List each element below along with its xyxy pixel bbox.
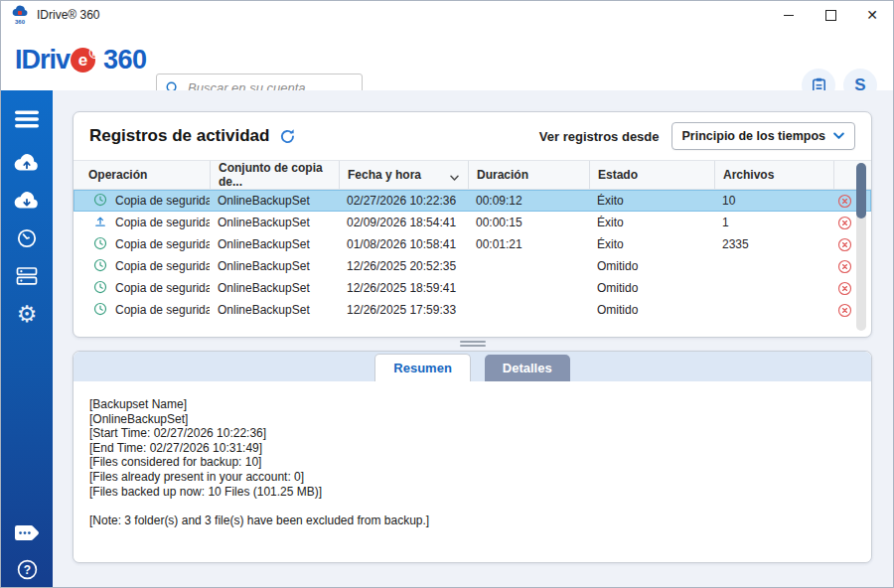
delete-circle-x-icon — [837, 194, 852, 209]
files-cell: 2335 — [714, 237, 833, 251]
datetime-cell: 12/26/2025 17:59:33 — [339, 303, 468, 317]
delete-log-button[interactable] — [837, 259, 852, 274]
backupset-cell: OnlineBackupSet — [210, 281, 339, 295]
status-cell: Éxito — [589, 237, 714, 251]
table-scrollbar[interactable] — [856, 163, 866, 331]
scrollbar-thumb[interactable] — [856, 163, 866, 219]
delete-circle-x-icon — [837, 303, 852, 318]
sidebar-item-activity-logs[interactable] — [1, 220, 53, 257]
operation-cell: Copia de seguridad — [115, 303, 210, 317]
refresh-icon — [279, 128, 296, 145]
column-header-duration[interactable]: Duración — [468, 161, 589, 189]
duration-cell: 00:09:12 — [468, 194, 589, 208]
table-row[interactable]: Copia de seguridad OnlineBackupSet 01/08… — [74, 233, 871, 255]
delete-circle-x-icon — [837, 216, 852, 230]
detail-tabs: Resumen Detalles — [74, 352, 871, 381]
backup-clock-icon — [93, 302, 107, 319]
delete-log-button[interactable] — [837, 281, 852, 296]
log-period-dropdown[interactable]: Principio de los tiempos — [671, 122, 855, 150]
refresh-button[interactable] — [279, 128, 296, 145]
minimize-button[interactable] — [768, 1, 810, 29]
maximize-button[interactable] — [810, 1, 851, 29]
sidebar-item-help[interactable]: ? — [1, 551, 53, 587]
delete-circle-x-icon — [837, 237, 852, 252]
log-rows: Copia de seguridad OnlineBackupSet 02/27… — [74, 190, 871, 321]
backup-clock-icon — [93, 280, 107, 297]
summary-text: [Backupset Name] [OnlineBackupSet] [Star… — [89, 397, 871, 527]
datetime-cell: 12/26/2025 18:59:41 — [339, 281, 468, 295]
operation-cell: Copia de seguridad — [115, 216, 210, 229]
chat-dots-icon — [14, 524, 41, 542]
column-header-files[interactable]: Archivos — [714, 161, 833, 189]
upload-icon — [93, 215, 107, 231]
table-header: Operación Conjunto de copia de... Fecha … — [74, 161, 871, 190]
delete-circle-x-icon — [837, 281, 852, 296]
window-title: IDrive® 360 — [37, 8, 100, 22]
sidebar-item-restore[interactable] — [1, 182, 53, 220]
delete-circle-x-icon — [837, 259, 852, 274]
backupset-cell: OnlineBackupSet — [210, 259, 339, 273]
idrive-logo: IDriv e ® 360 — [15, 45, 147, 75]
datetime-cell: 12/26/2025 20:52:35 — [339, 259, 468, 273]
sidebar-item-backup[interactable] — [1, 144, 53, 182]
sidebar: ⚙ ? — [1, 90, 53, 587]
log-detail-panel: Resumen Detalles [Backupset Name] [Onlin… — [73, 351, 872, 563]
datetime-cell: 02/27/2026 10:22:36 — [339, 194, 468, 208]
backupset-cell: OnlineBackupSet — [210, 194, 339, 208]
column-header-status[interactable]: Estado — [589, 161, 714, 189]
svg-text:360: 360 — [15, 19, 26, 25]
delete-log-button[interactable] — [837, 216, 852, 230]
tab-resumen[interactable]: Resumen — [374, 354, 471, 381]
dropdown-value: Principio de los tiempos — [682, 129, 825, 143]
close-button[interactable]: ✕ — [851, 1, 893, 29]
hamburger-icon — [14, 109, 40, 129]
delete-log-button[interactable] — [837, 194, 852, 209]
tab-detalles[interactable]: Detalles — [485, 355, 570, 381]
column-header-operation[interactable]: Operación — [74, 161, 210, 189]
backupset-cell: OnlineBackupSet — [210, 216, 339, 229]
question-circle-icon: ? — [16, 558, 39, 581]
splitter-grip-icon — [460, 345, 486, 347]
table-row[interactable]: Copia de seguridad OnlineBackupSet 12/26… — [74, 255, 871, 277]
sidebar-item-feedback[interactable] — [1, 515, 53, 551]
datetime-cell: 01/08/2026 10:58:41 — [339, 237, 468, 251]
status-cell: Éxito — [589, 216, 714, 229]
operation-cell: Copia de seguridad — [115, 237, 210, 251]
backupset-cell: OnlineBackupSet — [210, 237, 339, 251]
backup-clock-icon — [93, 236, 107, 253]
clock-icon — [15, 226, 39, 250]
duration-cell: 00:00:15 — [468, 216, 589, 229]
svg-text:?: ? — [23, 562, 30, 576]
page-title: Registros de actividad — [89, 126, 269, 146]
devices-icon — [15, 265, 39, 287]
logo-e-badge: e ® — [71, 48, 95, 73]
duration-cell: 00:01:21 — [468, 237, 589, 251]
app-icon: 360 — [11, 5, 29, 25]
status-cell: Éxito — [589, 194, 714, 208]
sidebar-item-devices[interactable] — [1, 257, 53, 295]
cloud-upload-icon — [13, 152, 41, 174]
delete-log-button[interactable] — [837, 303, 852, 318]
minimize-icon — [784, 15, 794, 16]
column-header-datetime[interactable]: Fecha y hora — [339, 161, 468, 189]
panel-splitter[interactable] — [73, 337, 872, 350]
gear-icon: ⚙ — [17, 303, 38, 326]
table-row[interactable]: Copia de seguridad OnlineBackupSet 12/26… — [74, 299, 871, 321]
sidebar-item-settings[interactable]: ⚙ — [1, 295, 53, 333]
registered-mark: ® — [89, 45, 102, 62]
sidebar-item-menu[interactable] — [1, 100, 53, 138]
status-cell: Omitido — [589, 259, 714, 273]
datetime-cell: 02/09/2026 18:54:41 — [339, 216, 468, 229]
status-cell: Omitido — [589, 303, 714, 317]
table-row[interactable]: Copia de seguridad OnlineBackupSet 02/27… — [74, 190, 871, 212]
table-row[interactable]: Copia de seguridad OnlineBackupSet 02/09… — [74, 212, 871, 233]
operation-cell: Copia de seguridad — [115, 259, 210, 273]
sort-chevron-icon — [450, 175, 459, 182]
app-header: IDriv e ® 360 S — [1, 29, 893, 90]
maximize-icon — [825, 10, 836, 21]
table-row[interactable]: Copia de seguridad OnlineBackupSet 12/26… — [74, 277, 871, 299]
column-header-backupset[interactable]: Conjunto de copia de... — [210, 161, 339, 189]
delete-log-button[interactable] — [837, 237, 852, 252]
logo-text-right: 360 — [103, 45, 147, 75]
files-cell: 1 — [714, 216, 833, 229]
